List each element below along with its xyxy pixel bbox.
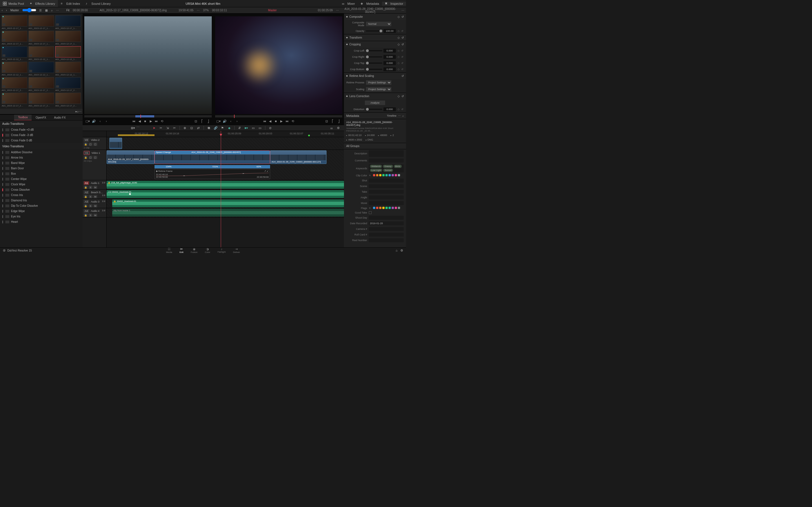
fx-item[interactable]: Cross Iris xyxy=(0,192,83,198)
a1-lock[interactable]: 🔒 xyxy=(84,186,88,189)
a2-mute[interactable]: M xyxy=(93,195,97,198)
track-v1[interactable]: A14_2016-01-28_2217_C8000_[000000-001183… xyxy=(107,150,344,180)
opacity-reset[interactable]: ↺ xyxy=(401,30,404,33)
reset-icon[interactable]: ↺ xyxy=(401,49,404,52)
program-scrubber[interactable] xyxy=(215,115,343,117)
bin-nav-fwd[interactable]: › xyxy=(4,9,8,12)
kf-icon[interactable]: ◇ xyxy=(397,108,400,111)
composite-header[interactable]: Composite◇↺ xyxy=(344,13,406,20)
source-prev-edit[interactable]: ‹ xyxy=(98,119,102,123)
fx-item[interactable]: Diamond Iris xyxy=(0,198,83,203)
timeline-opts[interactable]: ⋯ xyxy=(137,125,140,130)
inspector-tab[interactable]: ✖ Inspector xyxy=(382,2,406,6)
fx-item[interactable]: Cross Fade 0 dB xyxy=(0,138,83,143)
transform-header[interactable]: Transform◇↺ xyxy=(344,34,406,41)
track-a1[interactable]: 🔒 218_full_pilgrimage_0190 xyxy=(107,180,344,189)
shot-input[interactable] xyxy=(369,179,404,182)
linked-selection[interactable]: ▭ xyxy=(251,125,256,130)
fx-item[interactable]: Cross Fade +3 dB xyxy=(0,127,83,132)
metadata-tab[interactable]: ◈ Metadata xyxy=(358,2,382,6)
timeline-content[interactable]: 01:00:25:09 01:00:16:12 01:00:19:16 01:0… xyxy=(107,131,344,247)
fx-item[interactable]: Arrow Iris xyxy=(0,155,83,160)
zoom-level[interactable]: 37% xyxy=(201,9,210,12)
media-clip-thumb[interactable]: A01_2015-12-12_1… xyxy=(2,62,28,76)
playhead[interactable] xyxy=(221,131,221,247)
program-mode-icon[interactable]: ▢▾ xyxy=(216,119,221,123)
color-swatch[interactable] xyxy=(398,174,400,176)
fx-item[interactable]: Additive Dissolve xyxy=(0,150,83,155)
opacity-value[interactable]: 100.00 xyxy=(384,29,396,33)
link-toggle[interactable]: 🔗 xyxy=(213,125,218,130)
color-swatch[interactable] xyxy=(392,207,394,209)
nav-page-color[interactable]: ◑Color xyxy=(203,247,212,254)
color-swatch[interactable] xyxy=(379,207,382,209)
media-clip-thumb[interactable]: A01_2015-12-17_1… xyxy=(2,15,28,30)
audio-keyframe[interactable] xyxy=(129,193,131,195)
media-clip-thumb[interactable]: A01_2015-12-12_1… xyxy=(2,46,28,61)
overwrite-clip[interactable]: ⊡ xyxy=(189,125,194,130)
reset-icon[interactable]: ↺ xyxy=(402,74,404,77)
bin-nav-back[interactable]: ‹ xyxy=(0,9,4,12)
nav-page-fusion[interactable]: ◉Fusion xyxy=(189,247,199,254)
metadata-options[interactable]: ⋯ xyxy=(398,114,401,117)
goodtake-checkbox[interactable] xyxy=(369,211,371,214)
search-icon[interactable]: ⌕ xyxy=(49,9,54,12)
track-header-v1[interactable]: V1 Video 1 🔒▢▢ 20 Clips xyxy=(83,150,106,180)
timeline-ruler[interactable]: 01:00:16:12 01:00:19:16 01:00:25:09 01:0… xyxy=(107,131,344,137)
a2-solo[interactable]: S xyxy=(89,195,93,198)
fx-item[interactable]: Cross Fade -3 dB xyxy=(0,132,83,138)
reset-icon[interactable]: ↺ xyxy=(402,15,404,18)
lens-header[interactable]: Lens Correction◇↺ xyxy=(344,93,406,100)
fx-item[interactable]: Edge Wipe xyxy=(0,209,83,214)
a3-solo[interactable]: S xyxy=(89,204,93,208)
reel-input[interactable] xyxy=(369,238,404,242)
media-clip-thumb[interactable]: A01_2015-12-17_2… xyxy=(29,93,54,107)
track-header-a1[interactable]: A1 Audio 1 2.0 🔒SM xyxy=(83,180,106,189)
fx-item[interactable]: Box xyxy=(0,171,83,176)
color-swatch[interactable] xyxy=(389,207,391,209)
flag-swatches[interactable]: ✕ xyxy=(369,207,400,210)
track-a2[interactable]: -C2 39432_bluebeat-01 xyxy=(107,189,344,199)
program-loop[interactable]: ⟲ xyxy=(290,119,295,123)
speed-seg-1[interactable]: 134% xyxy=(154,165,183,168)
speed-seg-2[interactable]: 721% xyxy=(183,165,248,168)
program-play[interactable]: ▶ xyxy=(279,119,284,123)
color-swatch[interactable] xyxy=(398,207,400,209)
source-scrubber[interactable] xyxy=(84,115,212,117)
source-loop[interactable]: ⟲ xyxy=(160,119,164,123)
app-logo[interactable]: ⦿DaVinci Resolve 15 xyxy=(0,249,35,252)
media-clip-thumb[interactable]: A01_2015-12-17_1… xyxy=(55,15,81,30)
keyframe-icon[interactable]: ◇ xyxy=(398,43,400,46)
program-viewer-frame[interactable] xyxy=(215,16,343,114)
color-swatch[interactable] xyxy=(392,174,394,176)
v1-disable[interactable]: ▢ xyxy=(93,156,97,159)
keyword-tag[interactable]: Birds xyxy=(394,165,402,168)
trim-tool[interactable]: ✂ xyxy=(158,125,163,130)
reset-icon[interactable]: ↺ xyxy=(401,108,404,111)
keyword-tag[interactable]: Low Light xyxy=(370,169,382,172)
color-swatch[interactable] xyxy=(386,207,388,209)
keyframe-icon[interactable]: ◇ xyxy=(398,15,400,18)
bypass-grades[interactable]: ⊘ xyxy=(268,125,273,130)
a4-solo[interactable]: S xyxy=(89,214,93,217)
cropping-header[interactable]: Cropping◇↺ xyxy=(344,41,406,48)
crop-top-value[interactable]: 0.000 xyxy=(384,61,396,65)
blade-tool[interactable]: ✂ xyxy=(172,125,177,130)
opacity-keyframe[interactable]: ◇ xyxy=(397,30,400,33)
reset-icon[interactable]: ↺ xyxy=(401,55,404,58)
angle-input[interactable] xyxy=(369,195,404,200)
media-clip-thumb[interactable]: A01_2015-12-12_1… xyxy=(55,62,81,76)
snapping-toggle[interactable]: ⧉ xyxy=(206,125,211,130)
a3-mute[interactable]: M xyxy=(93,204,97,208)
fx-item[interactable]: Dip To Color Dissolve xyxy=(0,203,83,209)
v1-lock[interactable]: 🔒 xyxy=(84,156,88,159)
track-header-v2[interactable]: V2 Video 2 🔒▢▢ 1 Clip xyxy=(83,137,106,150)
media-pool-tab[interactable]: Media Pool xyxy=(0,0,27,7)
nav-page-fairlight[interactable]: ♪Fairlight xyxy=(216,247,227,254)
reset-icon[interactable]: ↺ xyxy=(402,36,404,39)
program-stop[interactable]: ■ xyxy=(273,119,278,123)
fx-item[interactable]: Center Wipe xyxy=(0,176,83,182)
metadata-scope[interactable]: Timeline xyxy=(387,114,396,117)
source-play-reverse[interactable]: ◀ xyxy=(137,119,142,123)
track-v2[interactable] xyxy=(107,137,344,150)
